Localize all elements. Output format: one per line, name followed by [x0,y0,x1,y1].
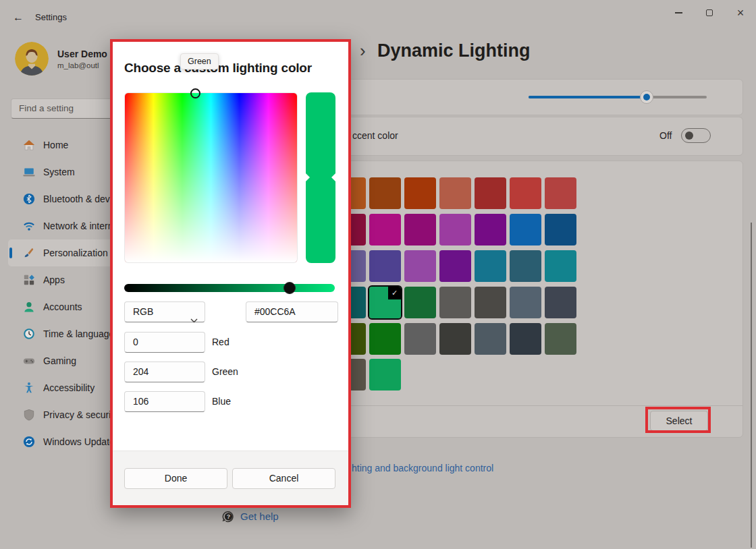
color-swatch[interactable] [545,250,576,282]
color-swatch[interactable] [369,323,401,355]
color-swatch[interactable] [475,250,506,282]
minimize-icon [675,12,682,13]
done-button[interactable]: Done [124,468,227,489]
red-field[interactable]: 0 [124,332,205,353]
window-title: Settings [35,12,67,22]
green-field[interactable]: 204 [124,362,205,382]
blue-field[interactable]: 106 [124,391,205,412]
color-swatch[interactable] [439,177,471,209]
value-slider[interactable] [124,284,335,292]
color-swatch-selected[interactable]: ✓ [369,287,401,318]
user-email: m_lab@outl [57,61,99,69]
color-swatch[interactable] [475,214,506,245]
sidebar-item-label: Personalization [43,248,108,258]
color-picker-dialog: Choose a custom lighting color Green RGB… [110,39,351,508]
scrollbar[interactable] [751,223,752,548]
color-swatch[interactable] [369,359,401,391]
color-swatch[interactable] [369,214,401,245]
get-help-link[interactable]: Get help [240,511,279,522]
color-swatch[interactable] [404,287,436,318]
page-title: Dynamic Lighting [377,40,531,61]
sidebar-item-label: Network & internet [43,221,121,231]
color-swatch[interactable] [369,250,401,282]
sidebar-item-label: Accessibility [43,382,94,393]
accessibility-icon [23,382,35,394]
shield-icon [23,409,35,421]
accent-color-label: ccent color [352,130,398,141]
color-swatch[interactable] [545,287,576,318]
red-label: Red [212,337,230,347]
color-swatch[interactable] [404,250,436,282]
color-swatch[interactable] [545,323,576,355]
breadcrumb-chevron-icon: › [360,40,366,61]
toggle-state-label: Off [659,130,672,141]
color-swatch[interactable] [510,287,541,318]
select-button[interactable]: Select [650,411,708,431]
color-swatch[interactable] [439,323,471,355]
value-slider-handle[interactable] [284,282,296,294]
learn-more-link[interactable]: hting and background light control [352,463,493,473]
minimize-button[interactable] [663,3,694,23]
sidebar-item-label: Privacy & security [43,409,118,420]
sidebar-item-label: Home [43,140,68,150]
apps-icon [23,274,35,286]
settings-window: ← Settings × User Demo m_lab@outl Find a… [0,0,756,549]
svg-text:?: ? [227,513,231,520]
sidebar-item-label: Gaming [43,355,76,366]
system-icon [23,166,35,178]
color-swatch[interactable] [369,177,401,209]
chevron-down-icon [190,310,198,330]
color-model-value: RGB [133,306,153,317]
color-swatch[interactable] [545,177,576,209]
maximize-icon [706,9,713,16]
dialog-footer: Done Cancel [113,451,348,505]
sidebar-item-label: Apps [43,274,65,285]
back-arrow-icon[interactable]: ← [11,10,26,25]
sidebar-item-label: Time & language [43,328,114,339]
color-swatch[interactable] [404,323,436,355]
color-swatch[interactable] [510,250,541,282]
brightness-slider[interactable] [529,96,707,98]
gamepad-icon [23,355,35,367]
get-help-icon: ? [221,510,235,524]
sidebar-item-label: Accounts [43,301,82,312]
window-controls: × [663,3,756,23]
color-swatch[interactable] [475,177,506,209]
color-swatch[interactable] [510,214,541,245]
color-swatch[interactable] [510,177,541,209]
home-icon [23,139,35,151]
color-swatch[interactable] [475,287,506,318]
brightness-slider-handle[interactable] [640,90,653,104]
update-icon [23,436,35,448]
gradient-selection-marker[interactable] [190,88,200,98]
close-button[interactable]: × [725,3,756,23]
clock-icon [23,328,35,340]
user-name: User Demo [57,49,107,59]
maximize-button[interactable] [694,3,725,23]
value-bar-notch [331,173,335,181]
avatar[interactable] [15,42,49,76]
brightness-slider-fill [529,96,647,98]
value-bar-notch [306,173,310,181]
accounts-icon [23,301,35,313]
blue-label: Blue [212,396,231,407]
accent-color-toggle[interactable] [681,128,711,143]
color-swatch[interactable] [439,287,471,318]
hex-input[interactable]: #00CC6A [246,301,338,322]
value-bar[interactable] [306,92,335,263]
color-swatch[interactable] [404,177,436,209]
color-swatch[interactable] [439,214,471,245]
color-gradient-area[interactable] [124,92,298,263]
color-swatch[interactable] [545,214,576,245]
network-icon [23,220,35,232]
cancel-button[interactable]: Cancel [232,468,335,489]
color-swatch[interactable] [404,214,436,245]
color-swatch[interactable] [510,323,541,355]
close-icon: × [737,7,745,19]
green-label: Green [212,366,238,377]
color-swatch[interactable] [439,250,471,282]
color-swatch[interactable] [475,323,506,355]
color-model-dropdown[interactable]: RGB [124,301,205,322]
green-tooltip: Green [180,53,219,69]
toggle-knob [685,132,693,140]
